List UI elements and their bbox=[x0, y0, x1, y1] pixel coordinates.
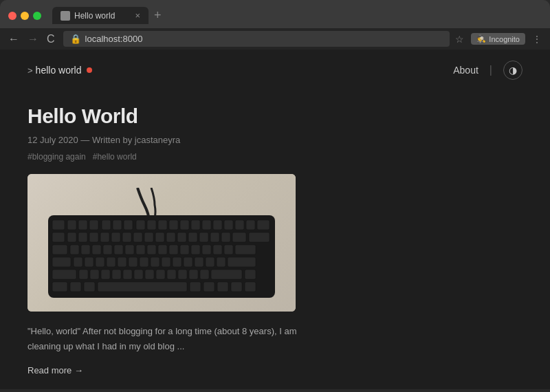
svg-rect-32 bbox=[188, 232, 197, 242]
star-icon[interactable]: ☆ bbox=[455, 34, 464, 45]
incognito-label: Incognito bbox=[489, 35, 520, 43]
svg-rect-10 bbox=[158, 220, 167, 230]
svg-rect-31 bbox=[177, 232, 186, 242]
incognito-icon: 🕵 bbox=[476, 34, 486, 43]
close-button[interactable] bbox=[8, 12, 16, 20]
svg-rect-94 bbox=[245, 282, 256, 292]
incognito-badge: 🕵 Incognito bbox=[471, 33, 525, 45]
svg-rect-13 bbox=[191, 220, 200, 230]
svg-rect-82 bbox=[189, 270, 198, 279]
svg-rect-3 bbox=[78, 220, 87, 230]
about-link[interactable]: About bbox=[453, 65, 478, 76]
svg-rect-46 bbox=[147, 245, 156, 254]
svg-rect-76 bbox=[123, 270, 132, 279]
svg-rect-75 bbox=[112, 270, 121, 279]
svg-rect-18 bbox=[246, 220, 255, 230]
tab-close-icon[interactable]: × bbox=[135, 10, 140, 21]
refresh-button[interactable]: C bbox=[44, 32, 58, 47]
read-more-link[interactable]: Read more → bbox=[28, 365, 83, 375]
back-button[interactable]: ← bbox=[6, 32, 22, 47]
svg-rect-86 bbox=[52, 282, 67, 292]
website-content: > hello world About | ◑ Hello World 12 J… bbox=[0, 50, 550, 389]
svg-rect-65 bbox=[173, 257, 182, 267]
svg-rect-5 bbox=[102, 220, 111, 230]
svg-rect-73 bbox=[90, 270, 99, 279]
article-title: Hello World bbox=[28, 105, 522, 128]
svg-rect-61 bbox=[129, 257, 138, 267]
new-tab-button[interactable]: + bbox=[148, 8, 167, 23]
svg-rect-53 bbox=[224, 245, 233, 254]
svg-rect-68 bbox=[206, 257, 214, 267]
svg-rect-89 bbox=[98, 282, 187, 292]
article-meta: 12 July 2020 — Written by jcastaneyra bbox=[28, 135, 522, 145]
tab-title: Hello world bbox=[74, 11, 115, 21]
svg-rect-69 bbox=[217, 257, 226, 267]
svg-rect-36 bbox=[232, 232, 246, 242]
svg-rect-35 bbox=[221, 232, 230, 242]
svg-rect-12 bbox=[180, 220, 189, 230]
svg-rect-79 bbox=[156, 270, 165, 279]
svg-rect-55 bbox=[52, 257, 71, 267]
site-logo[interactable]: > hello world bbox=[28, 65, 92, 76]
address-bar: ← → C 🔒 localhost:8000 ☆ 🕵 Incognito ⋮ bbox=[0, 28, 550, 50]
svg-rect-56 bbox=[74, 257, 82, 267]
svg-rect-27 bbox=[133, 232, 142, 242]
nav-right: About | ◑ bbox=[453, 61, 522, 80]
logo-indicator bbox=[87, 67, 92, 73]
svg-rect-8 bbox=[136, 220, 145, 230]
svg-rect-28 bbox=[144, 232, 153, 242]
forward-button[interactable]: → bbox=[25, 32, 41, 47]
svg-rect-41 bbox=[92, 245, 101, 254]
svg-rect-47 bbox=[158, 245, 167, 254]
tag-hello-world[interactable]: #hello world bbox=[93, 152, 137, 162]
article-image bbox=[28, 174, 296, 312]
svg-rect-38 bbox=[52, 245, 67, 254]
security-icon: 🔒 bbox=[70, 34, 81, 44]
svg-rect-1 bbox=[52, 220, 65, 230]
article-container: Hello World 12 July 2020 — Written by jc… bbox=[0, 91, 550, 389]
active-tab[interactable]: Hello world × bbox=[52, 7, 148, 24]
svg-rect-91 bbox=[204, 282, 214, 292]
svg-rect-44 bbox=[125, 245, 134, 254]
svg-rect-72 bbox=[79, 270, 88, 279]
svg-rect-51 bbox=[202, 245, 211, 254]
article-tags: #blogging again #hello world bbox=[28, 152, 522, 162]
svg-rect-78 bbox=[145, 270, 154, 279]
site-navbar: > hello world About | ◑ bbox=[0, 50, 550, 91]
svg-rect-74 bbox=[101, 270, 110, 279]
svg-rect-45 bbox=[136, 245, 145, 254]
svg-rect-19 bbox=[257, 220, 270, 230]
svg-rect-63 bbox=[151, 257, 160, 267]
url-text: localhost:8000 bbox=[85, 34, 143, 44]
svg-rect-30 bbox=[166, 232, 175, 242]
svg-rect-88 bbox=[84, 282, 95, 292]
svg-rect-39 bbox=[70, 245, 79, 254]
tag-blogging-again[interactable]: #blogging again bbox=[28, 152, 86, 162]
svg-rect-90 bbox=[190, 282, 201, 292]
svg-rect-59 bbox=[107, 257, 116, 267]
url-bar[interactable]: 🔒 localhost:8000 bbox=[63, 31, 450, 47]
svg-rect-22 bbox=[78, 232, 87, 242]
tab-bar: Hello world × + bbox=[52, 7, 542, 24]
nav-divider: | bbox=[490, 64, 492, 76]
title-bar: Hello world × + bbox=[0, 0, 550, 28]
svg-rect-49 bbox=[180, 245, 189, 254]
minimize-button[interactable] bbox=[21, 12, 29, 20]
theme-toggle-button[interactable]: ◑ bbox=[503, 61, 522, 80]
traffic-lights bbox=[8, 12, 41, 20]
svg-rect-33 bbox=[199, 232, 208, 242]
svg-rect-23 bbox=[89, 232, 98, 242]
svg-rect-93 bbox=[231, 282, 242, 292]
svg-rect-2 bbox=[67, 220, 76, 230]
svg-rect-57 bbox=[85, 257, 94, 267]
svg-rect-20 bbox=[52, 232, 65, 242]
svg-rect-62 bbox=[140, 257, 148, 267]
svg-rect-77 bbox=[134, 270, 143, 279]
svg-rect-34 bbox=[210, 232, 219, 242]
keyboard-svg bbox=[41, 188, 282, 298]
svg-rect-67 bbox=[195, 257, 204, 267]
menu-icon[interactable]: ⋮ bbox=[532, 34, 542, 45]
svg-rect-71 bbox=[52, 270, 76, 279]
maximize-button[interactable] bbox=[33, 12, 41, 20]
svg-rect-7 bbox=[124, 220, 133, 230]
